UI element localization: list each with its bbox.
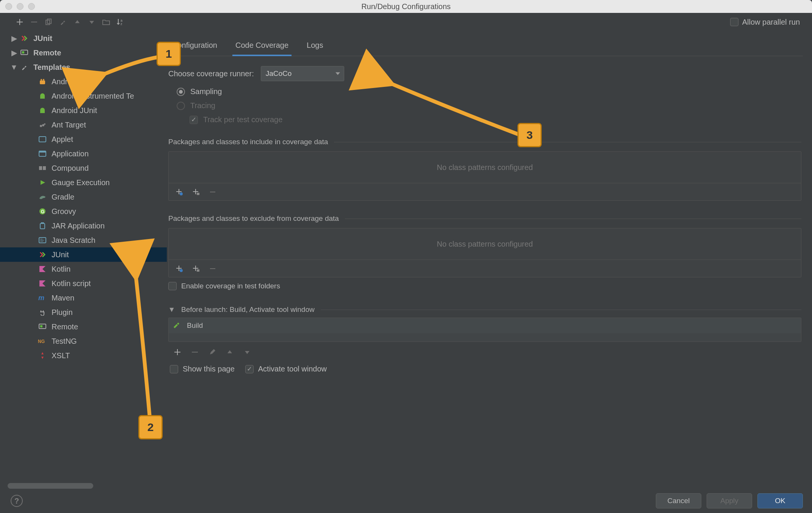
tree-label: Android JUnit [52,106,97,115]
twisty-open-icon[interactable]: ▼ [168,305,175,314]
remove-ップ-icon attern-icon[interactable] [208,264,217,273]
tree-node-xslt[interactable]: XSLT [0,348,167,363]
radio-icon [177,102,185,110]
application-icon [38,149,47,158]
remove-pattern-icon[interactable] [208,187,217,197]
callout-3: 3 [517,123,542,147]
show-page-checkbox[interactable] [170,365,178,373]
add-package-icon[interactable] [191,187,201,197]
add-package-icon[interactable] [191,264,201,273]
add-class-icon[interactable] [175,187,184,197]
jar-icon [38,221,47,230]
add-task-icon[interactable] [173,348,182,357]
remove-task-icon[interactable] [190,348,199,357]
copy-config-icon[interactable] [44,17,53,27]
tree-node-android-instrumented[interactable]: Android Instrumented Te [0,89,167,103]
maven-icon: m [38,293,47,302]
track-per-test-row: Track per test coverage [177,115,801,124]
move-down-icon[interactable] [87,17,96,27]
cancel-button[interactable]: Cancel [656,493,701,508]
tree-label: Ant Target [52,121,86,129]
dialog-button-bar: ? Cancel Apply OK [0,489,812,513]
tab-code-coverage[interactable]: Code Coverage [234,38,290,56]
svg-rect-29 [197,269,199,272]
tree-node-kotlin[interactable]: Kotlin [0,262,167,276]
tree-label: Templates [33,63,70,72]
tree-node-gradle[interactable]: Gradle [0,190,167,204]
add-config-icon[interactable] [15,17,24,27]
tree-label: Android Instrumented Te [52,92,134,101]
android-robot-icon [38,91,47,101]
svg-point-9 [40,125,42,127]
exclude-patterns-panel: No class patterns configured [168,228,801,277]
svg-rect-16 [43,166,46,170]
tree-node-android-junit[interactable]: Android JUnit [0,103,167,118]
traffic-minimize-icon[interactable] [17,3,24,10]
tree-node-applet[interactable]: Applet [0,132,167,146]
tree-label: Java Scratch [52,236,96,245]
traffic-zoom-icon[interactable] [28,3,35,10]
callout-1: 1 [157,42,181,66]
svg-text:z: z [121,22,122,26]
before-launch-item-build[interactable]: Build [169,318,801,333]
tree-node-groovy[interactable]: GGroovy [0,204,167,219]
traffic-close-icon[interactable] [5,3,12,10]
tracing-radio-row: Tracing [177,101,801,110]
tree-node-testng[interactable]: NGTestNG [0,334,167,348]
tree-node-maven[interactable]: mMaven [0,291,167,305]
ok-button[interactable]: OK [757,493,803,508]
allow-parallel-checkbox[interactable] [730,18,738,26]
tree-node-remote-root[interactable]: ▶ Remote [0,46,167,60]
checkbox-icon [190,116,198,124]
tree-node-templates-root[interactable]: ▼ Templates [0,60,167,74]
groovy-icon: G [38,207,47,216]
exclude-section-header: Packages and classes to exclude from cov… [168,214,339,223]
separator-line [345,219,801,219]
tree-node-jar[interactable]: JAR Application [0,219,167,233]
tab-logs[interactable]: Logs [305,38,324,56]
coverage-runner-select[interactable]: JaCoCo [261,66,344,81]
tree-node-compound[interactable]: Compound [0,161,167,175]
junit-icon [38,250,47,259]
move-up-icon[interactable] [73,17,82,27]
apply-button[interactable]: Apply [707,493,752,508]
activate-window-checkbox[interactable] [245,365,254,373]
plugin-icon [38,308,47,317]
tree-node-junit-root[interactable]: ▶ JUnit [0,31,167,46]
kotlin-icon [38,264,47,274]
before-launch-list[interactable]: Build [168,318,801,342]
twisty-icon: ▶ [11,48,17,57]
before-launch-header: Before launch: Build, Activate tool wind… [181,305,315,314]
tree-label: Applet [52,135,73,144]
add-class-icon[interactable] [175,264,184,273]
tree-node-java-scratch[interactable]: Java Scratch [0,233,167,247]
tree-node-kotlin-script[interactable]: Kotlin script [0,276,167,291]
move-down-icon[interactable] [243,348,252,357]
tree-horizontal-scrollbar[interactable] [8,483,163,489]
tree-node-application[interactable]: Application [0,146,167,161]
svg-point-7 [41,79,42,80]
edit-task-icon[interactable] [208,348,217,357]
tree-node-android-app[interactable]: Android App [0,74,167,89]
wrench-icon[interactable] [58,17,67,27]
move-up-icon[interactable] [225,348,234,357]
exclude-empty-message: No class patterns configured [169,228,801,260]
tree-node-ant-target[interactable]: Ant Target [0,118,167,132]
window-title: Run/Debug Configurations [0,2,812,11]
tree-node-remote[interactable]: Remote [0,319,167,334]
play-icon [38,178,47,187]
tree-label: Gauge Execution [52,178,110,187]
tree-node-junit[interactable]: JUnit [0,247,167,262]
enable-test-folders-checkbox[interactable] [168,282,177,290]
remove-config-icon[interactable] [30,17,39,27]
tree-node-plugin[interactable]: Plugin [0,305,167,319]
help-icon[interactable]: ? [11,495,23,507]
allow-parallel-label: Allow parallel run [742,18,800,27]
sampling-radio-row[interactable]: Sampling [177,87,801,96]
folder-icon[interactable] [102,17,111,27]
sort-az-icon[interactable]: az [116,17,125,27]
separator-line [321,310,801,310]
svg-text:m: m [38,294,44,301]
svg-rect-6 [40,80,45,84]
tree-node-gauge[interactable]: Gauge Execution [0,175,167,190]
